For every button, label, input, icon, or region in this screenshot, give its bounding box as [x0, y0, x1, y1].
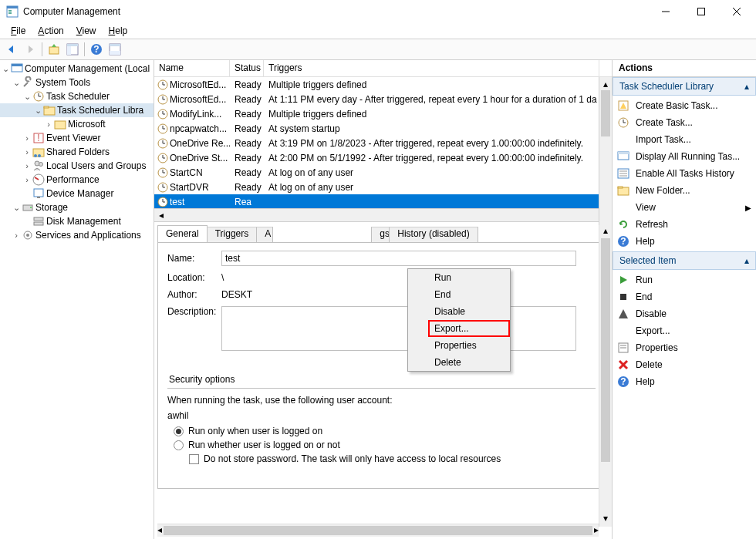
tab-history[interactable]: History (disabled)	[389, 227, 478, 242]
actions-section-library[interactable]: Task Scheduler Library▴	[613, 77, 756, 96]
action-export-[interactable]: Export...	[613, 322, 756, 339]
disk-icon	[32, 215, 45, 227]
name-label: Name:	[167, 253, 221, 264]
action-display-all-running-tas-[interactable]: Display All Running Tas...	[613, 148, 756, 165]
context-menu[interactable]: RunEndDisableExport...PropertiesDelete	[407, 268, 511, 372]
props-icon	[617, 342, 629, 354]
computer-icon	[11, 62, 23, 75]
action-properties[interactable]: Properties	[613, 339, 756, 356]
action-new-folder-[interactable]: New Folder...	[613, 182, 756, 199]
checkbox-no-store-password[interactable]	[189, 454, 199, 464]
forward-button[interactable]	[22, 41, 39, 58]
details-vertical-scrollbar[interactable]: ▴▾	[599, 225, 612, 524]
task-row[interactable]: MicrosoftEd...ReadyAt 1:11 PM every day …	[154, 92, 612, 106]
window-title: Computer Management	[23, 6, 648, 17]
tree-system-tools[interactable]: System Tools	[35, 77, 90, 88]
tab-general[interactable]: General	[157, 225, 208, 242]
task-row[interactable]: OneDrive St...ReadyAt 2:00 PM on 5/1/199…	[154, 150, 612, 165]
context-menu-item-delete[interactable]: Delete	[428, 354, 510, 371]
minimize-button[interactable]	[648, 0, 683, 23]
tree-event-viewer[interactable]: Event Viewer	[46, 133, 100, 143]
details-pane-button[interactable]	[106, 41, 123, 58]
scrollbar-thumb[interactable]	[164, 526, 592, 535]
task-list-header: Name Status Triggers	[154, 60, 612, 77]
context-menu-item-properties[interactable]: Properties	[428, 337, 510, 354]
details-horizontal-scrollbar[interactable]: ◂▸	[157, 524, 599, 537]
tab-actions-partial[interactable]: A	[256, 227, 273, 242]
back-button[interactable]	[3, 41, 20, 58]
folder-icon	[43, 104, 56, 116]
action-enable-all-tasks-history[interactable]: Enable All Tasks History	[613, 165, 756, 182]
tree-local-users[interactable]: Local Users and Groups	[46, 160, 146, 171]
action-refresh[interactable]: Refresh	[613, 216, 756, 233]
context-menu-item-end[interactable]: End	[428, 286, 510, 303]
action-delete[interactable]: Delete	[613, 356, 756, 373]
column-name[interactable]: Name	[154, 60, 230, 76]
show-hide-tree-button[interactable]	[64, 41, 81, 58]
tab-settings-partial[interactable]: gs	[371, 227, 390, 242]
tree-task-scheduler[interactable]: Task Scheduler	[46, 91, 110, 102]
action-create-basic-task-[interactable]: Create Basic Task...	[613, 97, 756, 114]
tree-root[interactable]: Computer Management (Local	[25, 63, 150, 74]
up-button[interactable]	[46, 41, 62, 58]
action-import-task-[interactable]: Import Task...	[613, 131, 756, 148]
close-button[interactable]	[719, 0, 754, 23]
task-row[interactable]: OneDrive Re...ReadyAt 3:19 PM on 1/8/202…	[154, 136, 612, 150]
menu-action[interactable]: Action	[32, 24, 69, 38]
action-create-task-[interactable]: Create Task...	[613, 114, 756, 131]
context-menu-item-disable[interactable]: Disable	[428, 303, 510, 320]
tree-performance[interactable]: Performance	[46, 174, 100, 185]
menu-file[interactable]: File	[5, 24, 32, 38]
maximize-button[interactable]	[683, 0, 719, 23]
description-textarea[interactable]	[221, 306, 576, 351]
name-input[interactable]	[221, 251, 576, 266]
action-disable[interactable]: Disable	[613, 305, 756, 322]
radio-whether-logged[interactable]	[174, 440, 184, 450]
action-help[interactable]: ?Help	[613, 233, 756, 250]
tree-services-apps[interactable]: Services and Applications	[35, 230, 141, 241]
column-triggers[interactable]: Triggers	[264, 60, 599, 76]
action-view[interactable]: View▶	[613, 199, 756, 216]
task-row[interactable]: StartCNReadyAt log on of any user	[154, 165, 612, 180]
svg-point-30	[35, 161, 39, 166]
checkbox-no-store-password-label: Do not store password. The task will onl…	[204, 453, 501, 464]
tree-shared-folders[interactable]: Shared Folders	[46, 147, 110, 157]
tree-device-manager[interactable]: Device Manager	[46, 188, 113, 199]
folder-icon	[617, 184, 629, 197]
navigation-tree[interactable]: ⌄Computer Management (Local ⌄System Tool…	[0, 60, 154, 539]
task-row[interactable]: MicrosoftEd...ReadyMultiple triggers def…	[154, 77, 612, 92]
scroll-up-icon[interactable]: ▴	[599, 77, 612, 90]
action-label: Create Task...	[636, 117, 751, 128]
scroll-left-icon[interactable]: ◂	[154, 209, 167, 221]
collapse-icon[interactable]: ▴	[744, 255, 749, 266]
context-menu-item-run[interactable]: Run	[428, 269, 510, 286]
action-help[interactable]: ?Help	[613, 373, 756, 390]
column-status[interactable]: Status	[230, 60, 264, 76]
task-row[interactable]: npcapwatch...ReadyAt system startup	[154, 121, 612, 136]
task-row[interactable]: testRea	[154, 194, 612, 208]
action-run[interactable]: Run	[613, 271, 756, 288]
context-menu-item-export[interactable]: Export...	[428, 320, 510, 337]
tree-microsoft[interactable]: Microsoft	[68, 119, 106, 130]
tree-disk-management[interactable]: Disk Management	[46, 216, 121, 227]
location-label: Location:	[167, 272, 221, 283]
menu-view[interactable]: View	[70, 24, 103, 38]
horizontal-scrollbar[interactable]: ◂ ▸	[154, 208, 612, 221]
scrollbar-thumb[interactable]	[601, 90, 610, 136]
radio-logged-on[interactable]	[174, 426, 184, 436]
tree-storage[interactable]: Storage	[35, 202, 68, 213]
menu-help[interactable]: Help	[103, 24, 134, 38]
help-button[interactable]: ?	[88, 41, 105, 58]
actions-section-selected[interactable]: Selected Item▴	[613, 251, 756, 270]
users-icon	[32, 160, 45, 172]
task-list[interactable]: Name Status Triggers MicrosoftEd...Ready…	[154, 60, 612, 222]
task-row[interactable]: StartDVRReadyAt log on of any user	[154, 180, 612, 194]
tab-triggers[interactable]: Triggers	[207, 227, 258, 242]
task-row[interactable]: ModifyLink...ReadyMultiple triggers defi…	[154, 106, 612, 121]
device-icon	[32, 187, 45, 200]
scrollbar-thumb[interactable]	[601, 238, 610, 462]
action-end[interactable]: End	[613, 288, 756, 305]
tree-task-scheduler-library[interactable]: Task Scheduler Libra	[57, 105, 143, 116]
radio-whether-logged-label: Run whether user is logged on or not	[188, 440, 340, 450]
collapse-icon[interactable]: ▴	[744, 81, 749, 92]
